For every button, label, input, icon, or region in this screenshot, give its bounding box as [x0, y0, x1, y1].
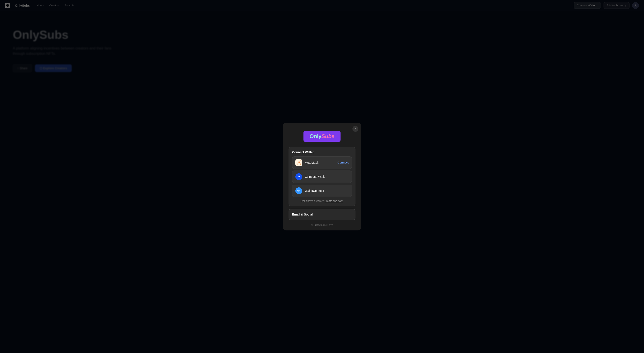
svg-marker-13: [299, 164, 300, 164]
no-wallet-text: Don't have a wallet? Create one now.: [292, 200, 352, 202]
close-icon: ×: [354, 127, 356, 130]
svg-marker-7: [297, 161, 298, 162]
svg-point-15: [299, 162, 300, 163]
coinbase-wallet-name: Coinbase Wallet: [305, 175, 326, 178]
protected-by-privy: © Protected by Privy: [311, 224, 333, 226]
metamask-wallet-option[interactable]: MetaMask Connect: [292, 156, 352, 169]
svg-marker-6: [299, 161, 301, 162]
onlysubs-logo-banner: OnlySubs: [304, 131, 340, 142]
walletconnect-wallet-option[interactable]: WalletConnect: [292, 185, 352, 197]
metamask-connect-action[interactable]: Connect: [338, 161, 348, 164]
wallet-section: Connect Wallet: [288, 147, 356, 206]
svg-marker-9: [297, 164, 298, 164]
svg-marker-12: [298, 164, 298, 164]
svg-rect-18: [298, 177, 299, 177]
modal-logo-text: OnlySubs: [310, 133, 334, 140]
walletconnect-wallet-name: WalletConnect: [305, 189, 324, 192]
modal-logo-area: OnlySubs: [288, 131, 356, 142]
coinbase-icon: [296, 173, 302, 180]
create-wallet-link[interactable]: Create one now.: [324, 200, 343, 202]
coinbase-wallet-option[interactable]: Coinbase Wallet: [292, 171, 352, 183]
email-social-button[interactable]: Email & Social: [288, 209, 356, 220]
svg-marker-8: [300, 164, 301, 164]
metamask-wallet-name: MetaMask: [305, 161, 318, 164]
walletconnect-icon: [296, 187, 302, 194]
wallet-section-title: Connect Wallet: [292, 151, 352, 154]
modal-overlay[interactable]: × OnlySubs Connect Wallet: [0, 0, 644, 353]
connect-wallet-modal: × OnlySubs Connect Wallet: [282, 123, 362, 230]
metamask-icon: [296, 159, 302, 166]
modal-close-button[interactable]: ×: [352, 126, 358, 132]
svg-point-14: [298, 162, 298, 163]
